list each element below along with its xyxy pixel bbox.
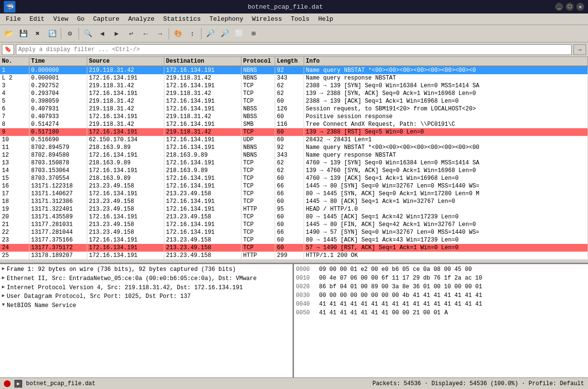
- menu-analyze[interactable]: Analyze: [124, 14, 159, 24]
- packet-table: No. Time Source Destination Protocol Len…: [0, 57, 588, 259]
- detail-item[interactable]: ▶User Datagram Protocol, Src Port: 1025,…: [1, 292, 292, 301]
- filter-input[interactable]: [16, 44, 572, 55]
- detail-text: Ethernet II, Src: EntradaNetwo_05:ce:0a …: [7, 275, 256, 283]
- hex-offset: 0010: [296, 274, 315, 282]
- table-row[interactable]: 1713171.140627172.16.134.191213.23.49.15…: [0, 190, 588, 198]
- reload-button[interactable]: 🔃: [45, 27, 59, 40]
- menu-capture[interactable]: Capture: [89, 14, 123, 24]
- table-row[interactable]: 80.514274219.118.31.42172.16.134.191SMB1…: [0, 121, 588, 128]
- hex-dump[interactable]: 000009 00 00 01 e2 00 e0 b6 05 ce 0a 08 …: [294, 264, 588, 377]
- menu-statistics[interactable]: Statistics: [159, 14, 204, 24]
- toolbar: 📂 💾 ✖ 🔃 ⚙ 🔍 ◀ ▶ ↩ ← → 🎨 ↕ 🔎 🔎 ⬜ ⊞: [0, 25, 588, 42]
- resize-columns-button[interactable]: ⊞: [247, 27, 260, 40]
- main-content: No. Time Source Destination Protocol Len…: [0, 57, 588, 377]
- col-header-no[interactable]: No.: [0, 57, 29, 66]
- find-packet-button[interactable]: 🔍: [81, 27, 94, 40]
- zoom-out-button[interactable]: 🔎: [218, 27, 231, 40]
- table-row[interactable]: 2313177.375166172.16.134.191213.23.49.15…: [0, 236, 588, 244]
- detail-text: Frame 1: 92 bytes on wire (736 bits), 92…: [7, 266, 236, 274]
- table-row[interactable]: 10.000000219.118.31.42172.16.134.191NBNS…: [0, 66, 588, 74]
- go-back-button[interactable]: ◀: [95, 27, 109, 40]
- table-row[interactable]: 2013171.435589172.16.134.191213.23.49.15…: [0, 213, 588, 221]
- col-header-protocol[interactable]: Protocol: [241, 57, 275, 66]
- close-capture-button[interactable]: ✖: [31, 27, 44, 40]
- window-controls: _ □ ✕: [555, 3, 584, 11]
- col-header-source[interactable]: Source: [87, 57, 164, 66]
- hex-ascii: A: [444, 309, 448, 317]
- table-row[interactable]: 2513178.189207172.16.134.191213.23.49.15…: [0, 252, 588, 259]
- table-row[interactable]: 158703.370554218.163.9.89172.16.134.191T…: [0, 174, 588, 182]
- colorize-button[interactable]: 🎨: [171, 27, 185, 40]
- menu-go[interactable]: Go: [73, 14, 89, 24]
- go-next-button[interactable]: →: [153, 27, 167, 40]
- col-header-info[interactable]: Info: [304, 57, 588, 66]
- hex-row: 002086 bf 04 01 00 89 00 3a 8e 36 01 00 …: [296, 282, 586, 291]
- table-row[interactable]: 70.407933172.16.134.191219.118.31.42NBSS…: [0, 113, 588, 121]
- detail-text: NetBIOS Name Service: [7, 302, 76, 310]
- detail-item[interactable]: ▶Internet Protocol Version 4, Src: 219.1…: [1, 283, 292, 293]
- table-row[interactable]: 138703.150878218.163.9.89172.16.134.191T…: [0, 159, 588, 167]
- table-row[interactable]: 128702.894580172.16.134.191218.163.9.89N…: [0, 151, 588, 159]
- open-file-button[interactable]: 📂: [2, 27, 15, 40]
- save-file-button[interactable]: 💾: [16, 27, 30, 40]
- expand-icon: ▶: [2, 266, 5, 272]
- table-row[interactable]: 30.292752219.118.31.42172.16.134.191TCP6…: [0, 82, 588, 90]
- bottom-area: ▶Frame 1: 92 bytes on wire (736 bits), 9…: [0, 264, 588, 377]
- separator-4: [201, 28, 201, 40]
- maximize-button[interactable]: □: [566, 3, 574, 11]
- zoom-in-button[interactable]: 🔎: [203, 27, 217, 40]
- table-row[interactable]: 118702.894579218.163.9.89172.16.134.191N…: [0, 144, 588, 151]
- table-row[interactable]: 1613171.122318213.23.49.158172.16.134.19…: [0, 182, 588, 190]
- window-title: botnet_pcap_file.dat: [248, 3, 323, 11]
- minimize-button[interactable]: _: [555, 3, 563, 11]
- menu-view[interactable]: View: [49, 14, 72, 24]
- col-header-time[interactable]: Time: [29, 57, 87, 66]
- hex-bytes: 86 bf 04 01 00 89 00 3a 8e 36 01 00 10 0…: [319, 282, 482, 291]
- detail-item[interactable]: ▶Ethernet II, Src: EntradaNetwo_05:ce:0a…: [1, 274, 292, 283]
- separator-2: [79, 28, 79, 40]
- hex-offset: 0030: [296, 291, 315, 300]
- separator-3: [169, 28, 169, 40]
- table-row[interactable]: L 20.000001172.16.134.191219.118.31.42NB…: [0, 74, 588, 82]
- hex-bytes: 41 41 41 41 41 41 41 00 00 21 00 01: [319, 309, 441, 317]
- packet-details[interactable]: ▶Frame 1: 92 bytes on wire (736 bits), 9…: [0, 264, 294, 377]
- go-first-button[interactable]: ↩: [124, 27, 138, 40]
- menu-wireless[interactable]: Wireless: [248, 14, 286, 24]
- hex-row: 001000 4e 07 06 00 00 6f 11 17 29 db 76 …: [296, 274, 586, 282]
- detail-item[interactable]: ▶Frame 1: 92 bytes on wire (736 bits), 9…: [1, 265, 292, 274]
- hex-offset: 0050: [296, 309, 315, 317]
- zoom-normal-button[interactable]: ⬜: [232, 27, 246, 40]
- go-forward-button[interactable]: ▶: [110, 27, 123, 40]
- table-row[interactable]: 148703.153064172.16.134.191218.163.9.89T…: [0, 167, 588, 174]
- table-row[interactable]: 1813171.312386213.23.49.158172.16.134.19…: [0, 198, 588, 205]
- auto-scroll-button[interactable]: ↕: [186, 27, 199, 40]
- filter-apply-button[interactable]: →: [574, 44, 586, 55]
- capture-options-button[interactable]: ⚙: [63, 27, 77, 40]
- table-row[interactable]: 100.51669062.150.170.134172.16.134.191UD…: [0, 136, 588, 144]
- packet-list[interactable]: No. Time Source Destination Protocol Len…: [0, 57, 588, 264]
- table-row[interactable]: 40.293704172.16.134.191219.118.31.42TCP6…: [0, 90, 588, 97]
- table-row[interactable]: 90.517180172.16.134.191219.118.31.42TCP6…: [0, 128, 588, 136]
- menu-file[interactable]: File: [2, 14, 25, 24]
- menu-telephony[interactable]: Telephony: [206, 14, 247, 24]
- hex-bytes: 00 00 00 00 00 00 00 00 4b 41 41 41 41 4…: [319, 291, 482, 300]
- capture-interface-icon: ▶: [14, 380, 22, 388]
- close-button[interactable]: ✕: [576, 3, 584, 11]
- menu-tools[interactable]: Tools: [287, 14, 313, 24]
- col-header-length[interactable]: Length: [275, 57, 304, 66]
- table-row[interactable]: 2413177.375172172.16.134.191213.23.49.15…: [0, 244, 588, 252]
- table-row[interactable]: 2113177.281031213.23.49.158172.16.134.19…: [0, 221, 588, 228]
- detail-item[interactable]: ▼NetBIOS Name Service: [1, 301, 292, 310]
- menu-edit[interactable]: Edit: [26, 14, 48, 24]
- go-prev-button[interactable]: ←: [139, 27, 152, 40]
- status-packets-info: Packets: 54536 · Displayed: 54536 (100.0…: [373, 380, 584, 387]
- table-row[interactable]: 1913171.322401213.23.49.158172.16.134.19…: [0, 205, 588, 213]
- filter-bookmark[interactable]: 🔖: [2, 44, 14, 55]
- table-row[interactable]: 2213177.281044213.23.49.158172.16.134.19…: [0, 228, 588, 236]
- recording-indicator: [4, 380, 11, 387]
- menu-help[interactable]: Help: [314, 14, 337, 24]
- hex-row: 004041 41 41 41 41 41 41 41 41 41 41 41 …: [296, 300, 586, 309]
- col-header-destination[interactable]: Destination: [164, 57, 241, 66]
- table-row[interactable]: 50.398059219.118.31.42172.16.134.191TCP6…: [0, 97, 588, 105]
- table-row[interactable]: 60.407931219.118.31.42172.16.134.191NBSS…: [0, 105, 588, 113]
